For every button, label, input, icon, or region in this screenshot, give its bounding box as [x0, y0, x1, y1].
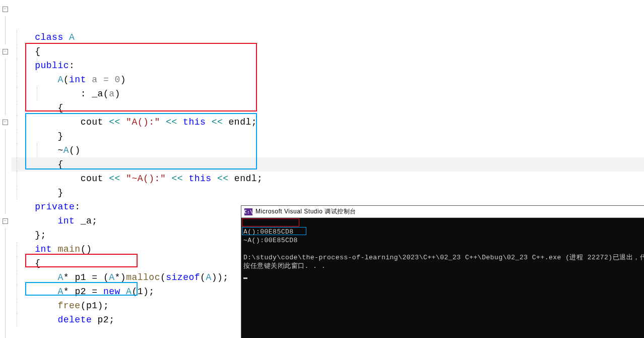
console-cursor [243, 277, 247, 279]
console-line: D:\study\code\the-process-of-learning\20… [243, 254, 644, 261]
console-line: A():00E85CD8 [243, 228, 294, 236]
console-line: ~A():00E85CD8 [243, 237, 298, 244]
code-line: − class A [0, 2, 644, 16]
code-line: public: [0, 30, 644, 44]
code-line: cout << "~A():" << this << endl; [0, 143, 644, 157]
code-line: { [0, 16, 644, 30]
fold-icon[interactable]: − [3, 7, 8, 12]
code-line: − A(int a = 0) [0, 44, 644, 59]
fold-icon[interactable]: − [3, 49, 8, 54]
code-line: cout << "A():" << this << endl; [0, 87, 644, 101]
annotation-box-console-ctor [242, 218, 299, 227]
code-line: { [0, 129, 644, 143]
console-output: A():00E85CD8 ~A():00E85CD8 D:\study\code… [241, 218, 644, 306]
console-title: Microsoft Visual Studio 调试控制台 [255, 207, 356, 216]
vs-icon: C:\ [244, 208, 252, 215]
code-line: { [0, 73, 644, 87]
fold-icon[interactable]: − [3, 120, 8, 125]
code-line: : _a(a) [0, 59, 644, 73]
fold-icon[interactable]: − [3, 218, 8, 224]
console-line: 按任意键关闭此窗口. . . [243, 262, 326, 270]
code-line: private: [0, 172, 644, 186]
code-line: } [0, 157, 644, 172]
code-line: int _a; [0, 186, 644, 200]
code-line: − ~A() [0, 115, 644, 129]
debug-console-window[interactable]: C:\ Microsoft Visual Studio 调试控制台 A():00… [241, 205, 644, 338]
console-title-bar[interactable]: C:\ Microsoft Visual Studio 调试控制台 [241, 206, 644, 218]
code-line: } [0, 101, 644, 115]
